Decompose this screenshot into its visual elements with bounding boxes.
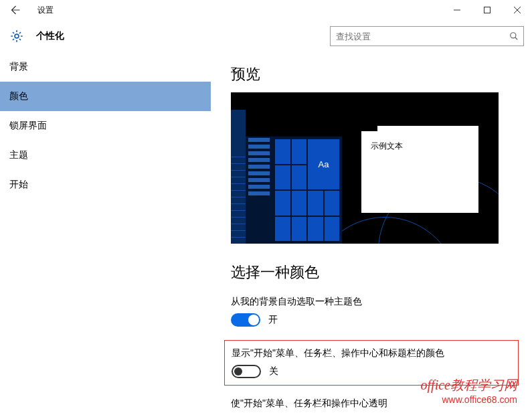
- sidebar-item-label: 颜色: [9, 90, 28, 102]
- window-controls: [442, 0, 532, 20]
- minimize-button[interactable]: [442, 0, 472, 20]
- accent-toggle[interactable]: [232, 365, 261, 378]
- back-button[interactable]: [0, 0, 29, 20]
- accent-label: 显示"开始"菜单、任务栏、操作中心和标题栏的颜色: [232, 347, 511, 359]
- watermark-line1: office教程学习网: [421, 376, 517, 394]
- close-icon: [513, 6, 521, 14]
- content-area: 预览 Aa 示例文本 选择一种颜色: [211, 52, 532, 417]
- header-row: 个性化: [0, 20, 532, 52]
- search-icon[interactable]: [505, 31, 523, 41]
- svg-line-4: [515, 37, 518, 40]
- sidebar-item-label: 开始: [9, 179, 28, 191]
- preview-image: Aa 示例文本: [231, 92, 499, 244]
- minimize-icon: [453, 6, 461, 14]
- preview-heading: 预览: [231, 64, 512, 84]
- body: 背景 颜色 锁屏界面 主题 开始 预览 Aa: [0, 52, 532, 417]
- preview-sample-text: 示例文本: [361, 131, 478, 161]
- search-input[interactable]: [331, 31, 505, 41]
- maximize-button[interactable]: [472, 0, 502, 20]
- sidebar-item-label: 锁屏界面: [9, 120, 47, 132]
- back-arrow-icon: [9, 4, 21, 16]
- sidebar-item-label: 背景: [9, 61, 28, 73]
- auto-pick-state: 开: [268, 314, 278, 326]
- sidebar-item-background[interactable]: 背景: [0, 52, 211, 82]
- sidebar: 背景 颜色 锁屏界面 主题 开始: [0, 52, 211, 417]
- pick-color-heading: 选择一种颜色: [231, 262, 512, 282]
- watermark: office教程学习网 www.office68.com: [421, 376, 517, 405]
- auto-pick-label: 从我的背景自动选取一种主题色: [231, 296, 512, 308]
- settings-gear-icon: [9, 29, 24, 44]
- sidebar-item-themes[interactable]: 主题: [0, 141, 211, 170]
- svg-point-2: [15, 34, 19, 38]
- preview-sample-window: 示例文本: [361, 126, 478, 213]
- window-title: 设置: [37, 5, 54, 16]
- watermark-line2: www.office68.com: [421, 394, 517, 405]
- svg-point-3: [511, 33, 516, 38]
- preview-start-panel: Aa: [246, 137, 342, 244]
- close-button[interactable]: [502, 0, 532, 20]
- title-bar: 设置: [0, 0, 532, 20]
- preview-taskbar: [231, 110, 246, 244]
- search-box[interactable]: [330, 26, 524, 46]
- sidebar-item-colors[interactable]: 颜色: [0, 82, 211, 111]
- accent-state: 关: [269, 365, 278, 378]
- auto-pick-toggle[interactable]: [231, 313, 260, 327]
- sidebar-item-label: 主题: [9, 149, 28, 161]
- preview-sample-tile: Aa: [308, 139, 339, 189]
- svg-rect-1: [484, 7, 490, 13]
- maximize-icon: [483, 6, 491, 14]
- sidebar-item-lockscreen[interactable]: 锁屏界面: [0, 111, 211, 141]
- page-title: 个性化: [36, 30, 64, 42]
- sidebar-item-start[interactable]: 开始: [0, 170, 211, 199]
